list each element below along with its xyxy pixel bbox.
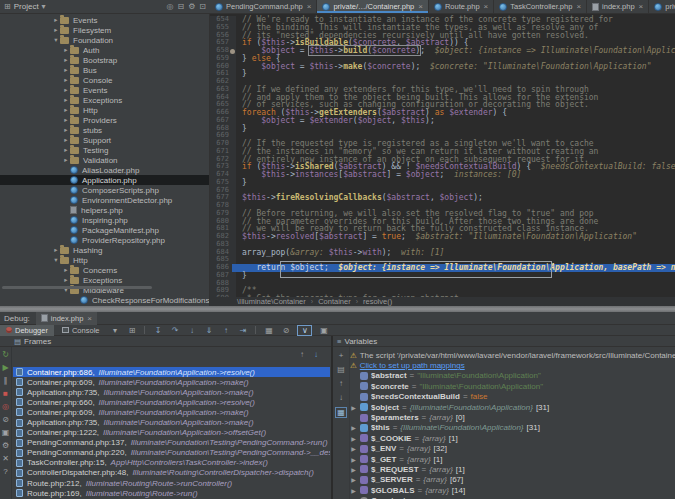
expand-arrow-icon[interactable]: ▶	[350, 435, 357, 442]
step-over-button[interactable]: ↷	[167, 326, 182, 335]
tree-item-inspiring-php[interactable]: Inspiring.php	[0, 215, 209, 225]
code-line-text[interactable]: $object = $this->make($concrete); $concr…	[236, 63, 675, 71]
tree-item-aliasloader-php[interactable]: AliasLoader.php	[0, 165, 209, 175]
expand-arrow-icon[interactable]: ▶	[350, 487, 357, 494]
frame-row[interactable]: PendingCommand.php:137,Illuminate\Founda…	[13, 438, 330, 448]
tree-item-bootstrap[interactable]: ▸Bootstrap	[0, 55, 209, 65]
frame-row[interactable]: Container.php:1222,Illuminate\Foundation…	[13, 428, 330, 438]
force-step-into-button[interactable]: ⇓	[201, 326, 216, 335]
tree-arrow-icon[interactable]: ▸	[52, 16, 60, 24]
frame-row[interactable]: PendingCommand.php:220,Illuminate\Founda…	[13, 448, 330, 458]
variable-row-_cookie[interactable]: ▶$_COOKIE={array}[1]	[350, 433, 675, 443]
editor-tab-private-container-php[interactable]: private/…/Container.php×	[317, 0, 429, 13]
expand-arrow-icon[interactable]: ▶	[350, 404, 357, 411]
mute-breakpoints-button[interactable]: ⊘	[278, 326, 293, 335]
expand-arrow-icon[interactable]: ▶	[350, 466, 357, 473]
editor-tab-route-php[interactable]: Route.php×	[429, 0, 494, 13]
close-icon[interactable]: ×	[484, 2, 489, 11]
view-breakpoints-button[interactable]: ▦	[261, 326, 276, 335]
tree-item-concerns[interactable]: ▸Concerns	[0, 265, 209, 275]
code-line-text[interactable]: array_pop(&array: $this->with); with: [1…	[236, 249, 675, 257]
tree-item-http[interactable]: ▾Http	[0, 255, 209, 265]
tree-item-filesystem[interactable]: ▸Filesystem	[0, 25, 209, 35]
tree-item-environmentdetector-php[interactable]: EnvironmentDetector.php	[0, 195, 209, 205]
code-line-text[interactable]: $this->resolved[$abstract] = true; $abst…	[236, 233, 675, 241]
variable-row-this[interactable]: ▶$this={Illuminate\Foundation\Applicatio…	[350, 423, 675, 433]
show-watches-toggle[interactable]: ▦	[335, 407, 347, 418]
tree-arrow-icon[interactable]: ▸	[62, 146, 70, 154]
expand-arrow-icon[interactable]: ▶	[350, 476, 357, 483]
chevron-down-icon[interactable]: ▾	[107, 326, 122, 335]
frame-row[interactable]: Container.php:609,Illuminate\Foundation\…	[13, 377, 330, 387]
project-scrollbar[interactable]	[2, 286, 152, 289]
restore-layout-button[interactable]: ▣	[2, 427, 10, 440]
variable-row-globals[interactable]: ▶$GLOBALS={array}[14]	[350, 485, 675, 495]
variable-row-concrete[interactable]: $concrete="Illuminate\Foundation\Applica…	[350, 381, 675, 391]
resume-button[interactable]: ▶	[2, 362, 8, 375]
expand-arrow-icon[interactable]: ▶	[350, 456, 357, 463]
view-breakpoints-button[interactable]: ◎	[2, 401, 9, 414]
code-editor[interactable]: 654// We're ready to instantiate an inst…	[210, 14, 675, 297]
frame-row[interactable]: Container.php:660,Illuminate\Foundation\…	[13, 397, 330, 407]
tree-arrow-icon[interactable]: ▸	[52, 246, 60, 254]
tree-item-exceptions[interactable]: ▸Exceptions	[0, 95, 209, 105]
frame-down-button[interactable]: ↓	[314, 350, 318, 359]
tree-arrow-icon[interactable]: ▸	[62, 106, 70, 114]
run-to-cursor-button[interactable]: ⇥	[235, 326, 250, 335]
editor-tab-private-application-php[interactable]: private/…/Application.php×	[649, 0, 675, 13]
code-line-text[interactable]: }	[236, 70, 675, 78]
tree-item-http[interactable]: ▸Http	[0, 105, 209, 115]
breadcrumb-item[interactable]: Container	[318, 297, 351, 306]
debug-tab-console[interactable]: Console	[56, 325, 106, 336]
project-panel-title[interactable]: Project	[14, 2, 39, 11]
expand-arrow-icon[interactable]: ▶	[350, 445, 357, 452]
hide-panel-button[interactable]: ⊡	[199, 2, 206, 11]
help-button[interactable]: ?	[3, 466, 7, 479]
frame-row[interactable]: Application.php:735,Illuminate\Foundatio…	[13, 417, 330, 427]
tree-arrow-icon[interactable]: ▸	[62, 116, 70, 124]
variable-row-abstract[interactable]: $abstract="Illuminate\Foundation\Applica…	[350, 371, 675, 381]
tree-item-auth[interactable]: ▸Auth	[0, 45, 209, 55]
code-line-text[interactable]: $object = $extender($object, $this);	[236, 117, 675, 125]
frame-row[interactable]: ControllerDispatcher.php:48,Illuminate\R…	[13, 468, 330, 478]
variable-row-parameters[interactable]: $parameters={array}[0]	[350, 412, 675, 422]
step-into-button[interactable]: ↓	[184, 326, 199, 335]
copy-value-button[interactable]: ▤	[337, 365, 345, 374]
close-icon[interactable]: ×	[639, 2, 644, 11]
inline-values-toggle[interactable]: ∨	[297, 325, 312, 336]
add-watch-button[interactable]: +	[339, 351, 344, 360]
tree-item-providers[interactable]: ▸Providers	[0, 115, 209, 125]
settings-button[interactable]: ⚙	[2, 440, 9, 453]
variable-row-needscontextualbuild[interactable]: $needsContextualBuild=false	[350, 392, 675, 402]
tree-item-events[interactable]: ▸Events	[0, 15, 209, 25]
close-icon[interactable]: ×	[418, 2, 423, 11]
frame-row[interactable]: TaskController.php:15,App\Http\Controlle…	[13, 458, 330, 468]
tree-item-foundation[interactable]: ▾Foundation	[0, 35, 209, 45]
code-line-text[interactable]: }	[236, 179, 675, 187]
path-mappings-link[interactable]: Click to set up path mappings	[360, 361, 465, 370]
code-line-text[interactable]: $this->instances[$abstract] = $object; i…	[236, 171, 675, 179]
breadcrumb-item[interactable]: \Illuminate\Container	[237, 297, 306, 306]
tree-item-support[interactable]: ▸Support	[0, 135, 209, 145]
editor-tab-index-php[interactable]: index.php×	[587, 0, 649, 13]
tree-item-composerscripts-php[interactable]: ComposerScripts.php	[0, 185, 209, 195]
mute-breakpoints-button[interactable]: ⊘	[2, 414, 9, 427]
collapse-all-button[interactable]: ⊟	[177, 2, 184, 11]
tree-item-packagemanifest-php[interactable]: PackageManifest.php	[0, 225, 209, 235]
tree-arrow-icon[interactable]: ▸	[62, 276, 70, 284]
expand-arrow-icon[interactable]: ▶	[350, 424, 357, 431]
locate-file-button[interactable]: ◎	[166, 2, 173, 11]
frame-row[interactable]: Container.php:609,Illuminate\Foundation\…	[13, 407, 330, 417]
variable-row-_request[interactable]: ▶$_REQUEST={array}[1]	[350, 464, 675, 474]
tree-arrow-icon[interactable]: ▸	[62, 66, 70, 74]
restore-layout-button[interactable]: ▣	[316, 326, 331, 335]
tree-item-helpers-php[interactable]: helpers.php	[0, 205, 209, 215]
tree-arrow-icon[interactable]: ▸	[62, 126, 70, 134]
close-icon[interactable]: ×	[307, 2, 312, 11]
code-line-text[interactable]: }	[236, 125, 675, 133]
tree-item-exceptions[interactable]: ▸Exceptions	[0, 275, 209, 285]
tree-arrow-icon[interactable]: ▸	[62, 76, 70, 84]
tree-arrow-icon[interactable]: ▸	[62, 86, 70, 94]
tree-item-console[interactable]: ▸Console	[0, 75, 209, 85]
tree-item-bus[interactable]: ▸Bus	[0, 65, 209, 75]
